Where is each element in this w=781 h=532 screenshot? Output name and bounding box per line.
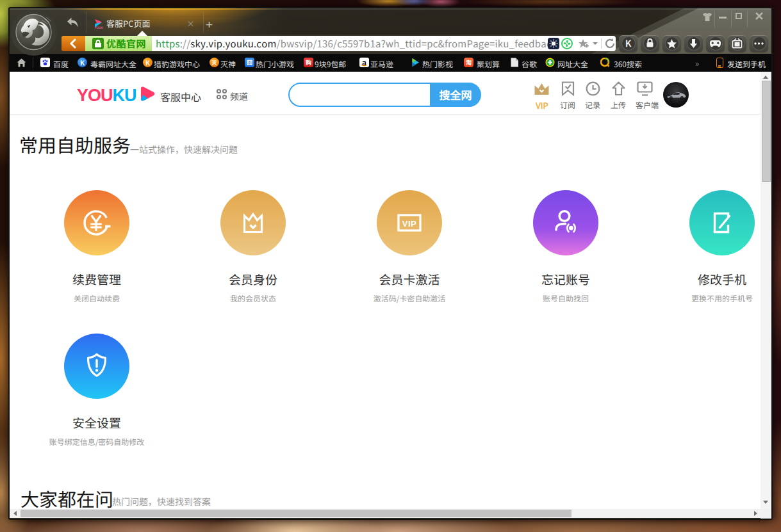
svg-text:VIP: VIP xyxy=(402,219,416,229)
svg-text:YOUKU: YOUKU xyxy=(94,26,103,29)
